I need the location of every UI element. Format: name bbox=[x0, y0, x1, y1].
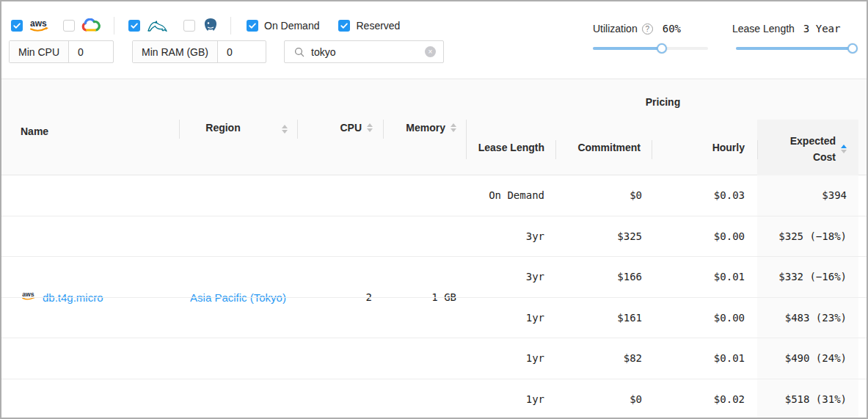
hourly-value: $0.00 bbox=[714, 230, 745, 242]
min-ram-group: Min RAM (GB) 0 bbox=[132, 40, 266, 63]
hourly-value: $0.01 bbox=[714, 271, 745, 283]
header-divider bbox=[297, 120, 298, 139]
utilization-slider-knob[interactable] bbox=[657, 43, 667, 54]
utilization-slider[interactable] bbox=[593, 43, 708, 54]
lease-length-control-label: Lease Length 3 Year bbox=[732, 23, 840, 34]
column-header-name[interactable]: Name bbox=[21, 125, 48, 137]
pricing-row[interactable]: 3yr $325 $0.00 $325 (−18%) bbox=[1, 216, 868, 257]
utilization-control-label: Utilization ? 60% bbox=[593, 23, 681, 34]
min-cpu-input[interactable]: 0 bbox=[69, 41, 110, 62]
check-icon bbox=[340, 21, 349, 30]
sort-cpu-icon[interactable] bbox=[367, 123, 373, 132]
help-icon[interactable]: ? bbox=[642, 23, 653, 34]
aws-logo-icon: aws bbox=[28, 18, 51, 34]
search-input[interactable]: tokyo × bbox=[284, 40, 444, 63]
utilization-value: 60% bbox=[663, 23, 681, 34]
column-header-expected-cost[interactable]: Expected Cost bbox=[790, 133, 847, 165]
hourly-value: $0.02 bbox=[714, 393, 745, 405]
hourly-value: $0.00 bbox=[714, 312, 745, 324]
column-header-cpu[interactable]: CPU bbox=[340, 122, 373, 134]
lease-length-value: 3 Year bbox=[803, 23, 841, 34]
header-divider bbox=[383, 120, 384, 139]
expected-cost-value: $325 (−18%) bbox=[778, 230, 847, 242]
column-header-hourly[interactable]: Hourly bbox=[712, 142, 745, 153]
table-header: Pricing Name Region CPU Memory Lease Len… bbox=[1, 79, 868, 175]
clear-search-icon[interactable]: × bbox=[425, 46, 436, 57]
on-demand-checkbox[interactable] bbox=[247, 20, 258, 32]
lease-length-label: Lease Length bbox=[732, 23, 795, 34]
reserved-label: Reserved bbox=[356, 20, 400, 32]
sort-memory-icon[interactable] bbox=[451, 123, 456, 132]
pricing-row[interactable]: 1yr $82 $0.01 $490 (24%) bbox=[1, 338, 868, 379]
min-cpu-group: Min CPU 0 bbox=[9, 40, 114, 63]
lease-value: 1yr bbox=[526, 352, 544, 364]
postgresql-logo-icon bbox=[202, 17, 219, 34]
header-divider bbox=[555, 140, 556, 159]
column-header-commitment[interactable]: Commitment bbox=[577, 142, 641, 153]
lease-value: On Demand bbox=[489, 189, 544, 201]
min-cpu-label: Min CPU bbox=[10, 41, 69, 62]
google-cloud-checkbox[interactable] bbox=[63, 20, 75, 32]
mysql-checkbox[interactable] bbox=[128, 20, 140, 32]
column-header-lease-length[interactable]: Lease Length bbox=[478, 142, 544, 153]
column-header-memory[interactable]: Memory bbox=[406, 122, 456, 134]
on-demand-label: On Demand bbox=[264, 20, 319, 32]
reserved-checkbox[interactable] bbox=[338, 20, 350, 32]
aws-checkbox[interactable] bbox=[11, 20, 23, 32]
min-ram-label: Min RAM (GB) bbox=[133, 41, 218, 62]
utilization-label: Utilization bbox=[593, 23, 638, 34]
header-divider bbox=[466, 120, 467, 159]
lease-value: 3yr bbox=[526, 230, 544, 242]
commitment-value: $0 bbox=[630, 393, 642, 405]
pricing-row[interactable]: 3yr $166 $0.01 $332 (−16%) bbox=[1, 256, 868, 297]
commitment-value: $166 bbox=[617, 271, 642, 283]
check-icon bbox=[248, 21, 257, 30]
lease-value: 1yr bbox=[526, 312, 544, 324]
pricing-rows: On Demand $0 $0.03 $394 3yr $325 $0.00 $… bbox=[1, 175, 868, 419]
expected-cost-value: $490 (24%) bbox=[785, 352, 847, 364]
pricing-row[interactable]: On Demand $0 $0.03 $394 bbox=[1, 175, 868, 216]
svg-text:aws: aws bbox=[30, 18, 47, 29]
lease-length-slider[interactable] bbox=[736, 43, 856, 54]
commitment-value: $161 bbox=[617, 312, 642, 324]
table-body: aws db.t4g.micro Asia Pacific (Tokyo) 2 … bbox=[1, 175, 868, 419]
header-divider bbox=[757, 140, 758, 159]
hourly-value: $0.01 bbox=[714, 352, 745, 364]
google-cloud-logo-icon bbox=[81, 18, 101, 33]
mysql-logo-icon bbox=[146, 18, 171, 34]
commitment-value: $325 bbox=[617, 230, 642, 242]
expected-cost-value: $332 (−16%) bbox=[778, 271, 847, 283]
instance-pricing-app: aws bbox=[0, 0, 868, 419]
lease-value: 3yr bbox=[526, 271, 544, 283]
sort-expected-cost-icon[interactable] bbox=[841, 145, 847, 153]
pricing-row[interactable]: 1yr $161 $0.00 $483 (23%) bbox=[1, 297, 868, 338]
pricing-row[interactable]: 1yr $0 $0.02 $518 (31%) bbox=[1, 379, 868, 419]
hourly-value: $0.03 bbox=[714, 189, 745, 201]
lease-length-slider-knob[interactable] bbox=[847, 43, 858, 54]
filter-toolbar: aws bbox=[11, 17, 400, 34]
search-value: tokyo bbox=[311, 46, 425, 58]
expected-cost-value: $518 (31%) bbox=[785, 393, 847, 405]
min-ram-input[interactable]: 0 bbox=[218, 41, 259, 62]
pricing-group-header: Pricing bbox=[467, 96, 858, 108]
toolbar-divider bbox=[114, 17, 114, 34]
lease-value: 1yr bbox=[526, 393, 544, 405]
column-header-region[interactable]: Region bbox=[179, 122, 267, 134]
filter-inputs: Min CPU 0 Min RAM (GB) 0 bbox=[9, 40, 266, 63]
header-divider bbox=[179, 120, 180, 139]
header-divider bbox=[652, 140, 652, 159]
expected-cost-value: $394 bbox=[822, 189, 847, 201]
expected-cost-value: $483 (23%) bbox=[785, 312, 847, 324]
sort-region-icon[interactable] bbox=[282, 125, 288, 134]
toolbar-divider bbox=[230, 17, 231, 34]
check-icon bbox=[12, 21, 21, 30]
search-icon bbox=[294, 47, 304, 57]
commitment-value: $82 bbox=[624, 352, 642, 364]
postgresql-checkbox[interactable] bbox=[183, 20, 195, 32]
check-icon bbox=[130, 21, 139, 30]
commitment-value: $0 bbox=[630, 189, 642, 201]
